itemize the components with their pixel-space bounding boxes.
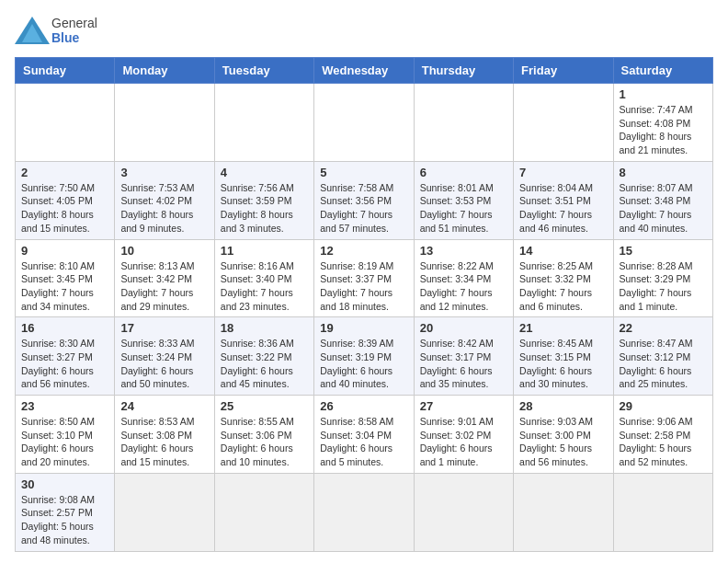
day-number: 26 xyxy=(320,399,407,413)
day-info: Sunrise: 8:16 AM Sunset: 3:40 PM Dayligh… xyxy=(221,259,308,314)
day-number: 9 xyxy=(21,244,108,258)
calendar-cell: 25Sunrise: 8:55 AM Sunset: 3:06 PM Dayli… xyxy=(214,396,313,474)
calendar-cell: 16Sunrise: 8:30 AM Sunset: 3:27 PM Dayli… xyxy=(16,317,115,396)
day-number: 22 xyxy=(620,321,707,335)
day-number: 17 xyxy=(120,321,208,335)
day-number: 13 xyxy=(420,244,507,258)
calendar-cell: 29Sunrise: 9:06 AM Sunset: 2:58 PM Dayli… xyxy=(613,396,712,474)
calendar-cell: 6Sunrise: 8:01 AM Sunset: 3:53 PM Daylig… xyxy=(414,161,513,239)
calendar-cell: 3Sunrise: 7:53 AM Sunset: 4:02 PM Daylig… xyxy=(115,161,214,239)
day-info: Sunrise: 8:28 AM Sunset: 3:29 PM Dayligh… xyxy=(620,259,707,314)
day-number: 16 xyxy=(21,321,108,335)
day-info: Sunrise: 8:58 AM Sunset: 3:04 PM Dayligh… xyxy=(320,415,407,469)
logo-blue-label: Blue xyxy=(51,30,97,45)
day-info: Sunrise: 8:45 AM Sunset: 3:15 PM Dayligh… xyxy=(519,337,607,391)
day-info: Sunrise: 7:53 AM Sunset: 4:02 PM Dayligh… xyxy=(120,181,208,236)
calendar-cell xyxy=(414,84,513,162)
day-number: 18 xyxy=(221,321,308,335)
calendar-week-row: 23Sunrise: 8:50 AM Sunset: 3:10 PM Dayli… xyxy=(16,396,713,474)
day-number: 12 xyxy=(320,244,407,258)
day-info: Sunrise: 8:36 AM Sunset: 3:22 PM Dayligh… xyxy=(221,337,308,391)
day-info: Sunrise: 8:13 AM Sunset: 3:42 PM Dayligh… xyxy=(120,259,208,314)
day-info: Sunrise: 7:47 AM Sunset: 4:08 PM Dayligh… xyxy=(620,103,707,157)
day-info: Sunrise: 8:30 AM Sunset: 3:27 PM Dayligh… xyxy=(21,337,108,391)
calendar-cell: 2Sunrise: 7:50 AM Sunset: 4:05 PM Daylig… xyxy=(16,161,115,239)
day-number: 7 xyxy=(519,166,607,179)
calendar-cell: 22Sunrise: 8:47 AM Sunset: 3:12 PM Dayli… xyxy=(613,317,712,396)
day-number: 14 xyxy=(519,244,607,258)
day-header-thursday: Thursday xyxy=(414,58,513,84)
calendar-cell xyxy=(314,84,414,162)
day-header-monday: Monday xyxy=(115,58,214,84)
day-header-friday: Friday xyxy=(514,58,613,84)
logo-general-label: General xyxy=(51,16,97,30)
day-number: 1 xyxy=(620,87,707,101)
day-number: 30 xyxy=(21,477,108,491)
day-number: 8 xyxy=(620,166,707,179)
day-number: 23 xyxy=(21,399,108,413)
calendar-cell: 11Sunrise: 8:16 AM Sunset: 3:40 PM Dayli… xyxy=(214,239,313,317)
day-info: Sunrise: 8:22 AM Sunset: 3:34 PM Dayligh… xyxy=(420,259,507,314)
day-info: Sunrise: 9:08 AM Sunset: 2:57 PM Dayligh… xyxy=(21,493,108,547)
day-number: 4 xyxy=(221,166,308,179)
calendar-cell xyxy=(613,473,712,551)
calendar-cell: 21Sunrise: 8:45 AM Sunset: 3:15 PM Dayli… xyxy=(514,317,613,396)
calendar-cell xyxy=(16,84,115,162)
day-number: 10 xyxy=(120,244,208,258)
calendar-cell: 26Sunrise: 8:58 AM Sunset: 3:04 PM Dayli… xyxy=(314,396,414,474)
day-number: 15 xyxy=(620,244,707,258)
calendar-cell xyxy=(115,473,214,551)
generalblue-logo-icon xyxy=(15,15,50,46)
day-info: Sunrise: 9:06 AM Sunset: 2:58 PM Dayligh… xyxy=(620,415,707,469)
day-info: Sunrise: 8:04 AM Sunset: 3:51 PM Dayligh… xyxy=(519,181,607,236)
day-number: 21 xyxy=(519,321,607,335)
day-header-saturday: Saturday xyxy=(613,58,712,84)
calendar-cell: 7Sunrise: 8:04 AM Sunset: 3:51 PM Daylig… xyxy=(514,161,613,239)
calendar-cell: 13Sunrise: 8:22 AM Sunset: 3:34 PM Dayli… xyxy=(414,239,513,317)
day-info: Sunrise: 8:53 AM Sunset: 3:08 PM Dayligh… xyxy=(120,415,208,469)
calendar-cell: 20Sunrise: 8:42 AM Sunset: 3:17 PM Dayli… xyxy=(414,317,513,396)
day-info: Sunrise: 8:55 AM Sunset: 3:06 PM Dayligh… xyxy=(221,415,308,469)
day-info: Sunrise: 8:33 AM Sunset: 3:24 PM Dayligh… xyxy=(120,337,208,391)
calendar-cell xyxy=(514,84,613,162)
calendar-cell: 23Sunrise: 8:50 AM Sunset: 3:10 PM Dayli… xyxy=(16,396,115,474)
day-number: 25 xyxy=(221,399,308,413)
day-number: 20 xyxy=(420,321,507,335)
day-info: Sunrise: 8:50 AM Sunset: 3:10 PM Dayligh… xyxy=(21,415,108,469)
calendar-cell xyxy=(214,473,313,551)
calendar-cell: 8Sunrise: 8:07 AM Sunset: 3:48 PM Daylig… xyxy=(613,161,712,239)
day-number: 24 xyxy=(120,399,208,413)
calendar-week-row: 1Sunrise: 7:47 AM Sunset: 4:08 PM Daylig… xyxy=(16,84,713,162)
day-number: 5 xyxy=(320,166,407,179)
calendar-header-row: SundayMondayTuesdayWednesdayThursdayFrid… xyxy=(16,58,713,84)
day-header-tuesday: Tuesday xyxy=(214,58,313,84)
calendar-week-row: 2Sunrise: 7:50 AM Sunset: 4:05 PM Daylig… xyxy=(16,161,713,239)
calendar-cell: 12Sunrise: 8:19 AM Sunset: 3:37 PM Dayli… xyxy=(314,239,414,317)
calendar-cell: 15Sunrise: 8:28 AM Sunset: 3:29 PM Dayli… xyxy=(613,239,712,317)
day-info: Sunrise: 8:42 AM Sunset: 3:17 PM Dayligh… xyxy=(420,337,507,391)
day-info: Sunrise: 7:56 AM Sunset: 3:59 PM Dayligh… xyxy=(221,181,308,236)
calendar-table: SundayMondayTuesdayWednesdayThursdayFrid… xyxy=(15,57,713,552)
calendar-cell xyxy=(514,473,613,551)
day-info: Sunrise: 8:10 AM Sunset: 3:45 PM Dayligh… xyxy=(21,259,108,314)
day-header-wednesday: Wednesday xyxy=(314,58,414,84)
calendar-cell: 19Sunrise: 8:39 AM Sunset: 3:19 PM Dayli… xyxy=(314,317,414,396)
day-number: 11 xyxy=(221,244,308,258)
calendar-cell xyxy=(115,84,214,162)
calendar-cell: 28Sunrise: 9:03 AM Sunset: 3:00 PM Dayli… xyxy=(514,396,613,474)
day-info: Sunrise: 8:47 AM Sunset: 3:12 PM Dayligh… xyxy=(620,337,707,391)
day-info: Sunrise: 8:07 AM Sunset: 3:48 PM Dayligh… xyxy=(620,181,707,236)
calendar-cell xyxy=(314,473,414,551)
day-number: 2 xyxy=(21,166,108,179)
calendar-week-row: 9Sunrise: 8:10 AM Sunset: 3:45 PM Daylig… xyxy=(16,239,713,317)
calendar-week-row: 30Sunrise: 9:08 AM Sunset: 2:57 PM Dayli… xyxy=(16,473,713,551)
calendar-cell: 4Sunrise: 7:56 AM Sunset: 3:59 PM Daylig… xyxy=(214,161,313,239)
calendar-cell xyxy=(414,473,513,551)
calendar-cell: 18Sunrise: 8:36 AM Sunset: 3:22 PM Dayli… xyxy=(214,317,313,396)
day-info: Sunrise: 8:39 AM Sunset: 3:19 PM Dayligh… xyxy=(320,337,407,391)
day-number: 19 xyxy=(320,321,407,335)
calendar-cell: 1Sunrise: 7:47 AM Sunset: 4:08 PM Daylig… xyxy=(613,84,712,162)
day-number: 28 xyxy=(519,399,607,413)
logo: General Blue xyxy=(15,15,97,46)
calendar-cell: 24Sunrise: 8:53 AM Sunset: 3:08 PM Dayli… xyxy=(115,396,214,474)
